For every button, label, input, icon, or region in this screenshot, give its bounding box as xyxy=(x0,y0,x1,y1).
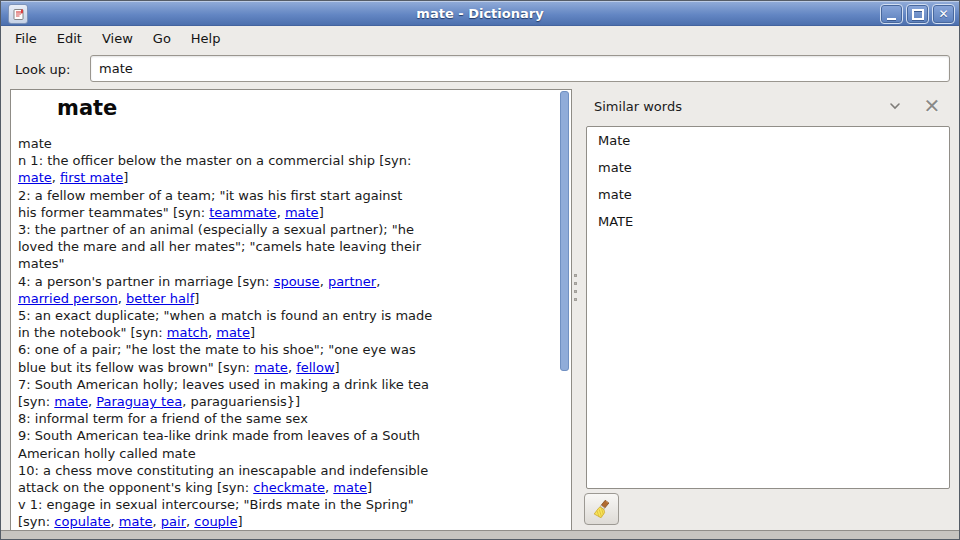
synonym-link[interactable]: married person xyxy=(18,291,118,306)
synonym-link[interactable]: first mate xyxy=(60,170,123,185)
definition-line: 8: informal term for a friend of the sam… xyxy=(18,410,557,427)
similar-words-title: Similar words xyxy=(594,88,682,125)
synonym-link[interactable]: mate xyxy=(285,205,319,220)
lookup-row: Look up: xyxy=(1,50,959,88)
definition-line: in the notebook" [syn: match, mate] xyxy=(18,324,557,341)
main-area: mate maten 1: the officer below the mast… xyxy=(1,88,959,531)
definition-line: 10: a chess move constituting an inescap… xyxy=(18,462,557,479)
definition-headword: mate xyxy=(57,96,117,120)
definition-line: his former teammates" [syn: teammate, ma… xyxy=(18,204,557,221)
vertical-scrollbar-thumb[interactable] xyxy=(560,91,569,371)
menu-item-go[interactable]: Go xyxy=(143,28,181,49)
synonym-link[interactable]: mate xyxy=(216,325,250,340)
definition-line: mate xyxy=(18,135,557,152)
dictionary-window: mate - Dictionary ✕ FileEditViewGoHelp L… xyxy=(0,0,960,540)
definition-line: 4: a person's partner in marriage [syn: … xyxy=(18,273,557,290)
titlebar[interactable]: mate - Dictionary ✕ xyxy=(1,1,959,26)
synonym-link[interactable]: fellow xyxy=(296,360,334,375)
definition-line: v 1: engage in sexual intercourse; "Bird… xyxy=(18,496,557,513)
window-bottom-border xyxy=(1,530,959,539)
broom-icon xyxy=(591,498,613,520)
menubar: FileEditViewGoHelp xyxy=(1,26,959,50)
maximize-icon xyxy=(912,9,924,20)
definition-line: loved the mare and all her mates"; "came… xyxy=(18,238,557,255)
clear-button[interactable] xyxy=(584,493,619,525)
close-panel-icon[interactable]: ✕ xyxy=(919,93,945,119)
synonym-link[interactable]: better half xyxy=(126,291,194,306)
similar-word-item[interactable]: mate xyxy=(587,181,949,208)
definition-line: American holly called mate xyxy=(18,445,557,462)
splitter-grip[interactable] xyxy=(574,274,577,301)
synonym-link[interactable]: teammate xyxy=(209,205,276,220)
definition-line: 3: the partner of an animal (especially … xyxy=(18,221,557,238)
synonym-link[interactable]: Paraguay tea xyxy=(96,394,182,409)
definition-view[interactable]: mate maten 1: the officer below the mast… xyxy=(10,89,572,532)
menu-item-view[interactable]: View xyxy=(92,28,143,49)
definition-line: [syn: copulate, mate, pair, couple] xyxy=(18,513,557,530)
definition-line: 6: one of a pair; "he lost the mate to h… xyxy=(18,341,557,358)
menu-item-file[interactable]: File xyxy=(5,28,47,49)
similar-word-item[interactable]: MATE xyxy=(587,208,949,235)
maximize-button[interactable] xyxy=(906,4,929,24)
definition-line: 7: South American holly; leaves used in … xyxy=(18,376,557,393)
synonym-link[interactable]: spouse xyxy=(274,274,320,289)
window-title: mate - Dictionary xyxy=(1,6,959,21)
window-controls: ✕ xyxy=(880,4,955,24)
definition-line: 5: an exact duplicate; "when a match is … xyxy=(18,307,557,324)
close-button[interactable]: ✕ xyxy=(932,4,955,24)
synonym-link[interactable]: mate xyxy=(54,394,88,409)
minimize-icon xyxy=(887,18,896,20)
similar-words-list[interactable]: MatematemateMATE xyxy=(586,126,950,489)
close-icon: ✕ xyxy=(938,8,948,20)
similar-words-header: Similar words ✕ xyxy=(582,88,953,125)
definition-line: mates" xyxy=(18,255,557,272)
definition-line: attack on the opponent's king [syn: chec… xyxy=(18,479,557,496)
similar-word-item[interactable]: mate xyxy=(587,154,949,181)
definition-line: n 1: the officer below the master on a c… xyxy=(18,152,557,169)
definition-line: mate, first mate] xyxy=(18,169,557,186)
menu-item-help[interactable]: Help xyxy=(181,28,231,49)
definition-line: 2: a fellow member of a team; "it was hi… xyxy=(18,187,557,204)
definition-line: married person, better half] xyxy=(18,290,557,307)
synonym-link[interactable]: mate xyxy=(333,480,367,495)
synonym-link[interactable]: partner xyxy=(328,274,376,289)
lookup-label: Look up: xyxy=(15,50,70,88)
synonym-link[interactable]: mate xyxy=(119,514,153,529)
synonym-link[interactable]: mate xyxy=(18,170,52,185)
synonym-link[interactable]: copulate xyxy=(54,514,110,529)
minimize-button[interactable] xyxy=(880,4,903,24)
menu-item-edit[interactable]: Edit xyxy=(47,28,92,49)
chevron-down-icon[interactable] xyxy=(889,101,901,111)
synonym-link[interactable]: mate xyxy=(254,360,288,375)
similar-words-panel: Similar words ✕ MatematemateMATE xyxy=(582,88,953,531)
synonym-link[interactable]: couple xyxy=(194,514,237,529)
definition-line: blue but its fellow was brown" [syn: mat… xyxy=(18,359,557,376)
synonym-link[interactable]: match xyxy=(167,325,208,340)
synonym-link[interactable]: pair xyxy=(161,514,186,529)
similar-word-item[interactable]: Mate xyxy=(587,127,949,154)
definition-line: [syn: mate, Paraguay tea, paraguariensis… xyxy=(18,393,557,410)
definition-body: maten 1: the officer below the master on… xyxy=(18,135,557,531)
lookup-input[interactable] xyxy=(90,55,950,82)
synonym-link[interactable]: checkmate xyxy=(253,480,325,495)
definition-line: 9: South American tea-like drink made fr… xyxy=(18,427,557,444)
